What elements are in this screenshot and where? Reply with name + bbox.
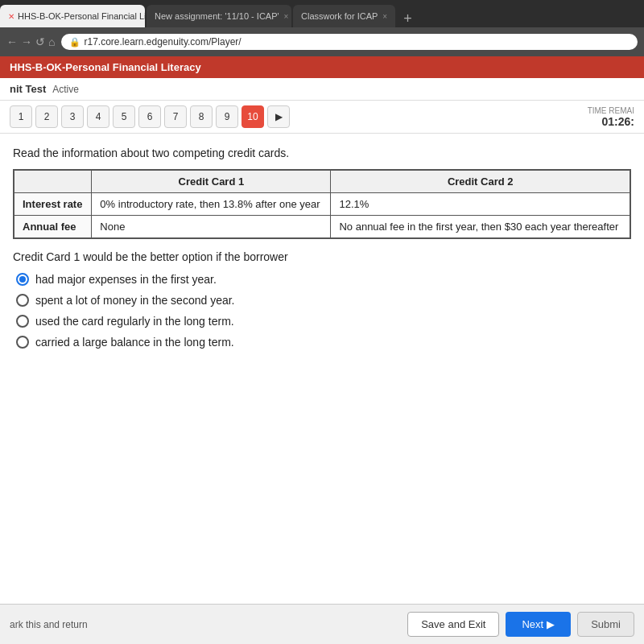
- interest-card1-value: 0% introductory rate, then 13.8% after o…: [92, 193, 331, 216]
- tab-x-icon-1[interactable]: ✕: [8, 12, 14, 21]
- test-header: nit Test Active: [0, 78, 644, 101]
- submit-button[interactable]: Submi: [577, 612, 634, 637]
- tab-1[interactable]: ✕ HHS-B-OK-Personal Financial Lit... ×: [0, 5, 145, 27]
- q-btn-8[interactable]: 8: [190, 105, 213, 128]
- radio-a[interactable]: [16, 273, 29, 286]
- tab-2-label: New assignment: '11/10 - ICAP': [155, 11, 279, 21]
- table-header-card1: Credit Card 1: [92, 170, 331, 193]
- tab-3-label: Classwork for ICAP: [301, 11, 378, 21]
- address-bar: ← → ↺ ⌂ 🔒 r17.core.learn.edgenuity.com/P…: [0, 27, 644, 56]
- table-header-card2: Credit Card 2: [331, 170, 630, 193]
- nav-buttons: ← → ↺ ⌂: [6, 35, 55, 48]
- option-a[interactable]: had major expenses in the first year.: [16, 273, 631, 286]
- q-btn-1[interactable]: 1: [10, 105, 32, 128]
- q-btn-10[interactable]: 10: [242, 105, 264, 128]
- tab-bar: ✕ HHS-B-OK-Personal Financial Lit... × N…: [0, 0, 644, 27]
- next-button[interactable]: Next ▶: [506, 612, 571, 637]
- radio-d[interactable]: [16, 336, 29, 349]
- credit-card-table: Credit Card 1 Credit Card 2 Interest rat…: [13, 169, 631, 239]
- option-d-text: carried a large balance in the long term…: [35, 336, 234, 349]
- table-row-interest: Interest rate 0% introductory rate, then…: [14, 193, 630, 216]
- next-button-label: Next: [522, 618, 543, 630]
- test-name: nit Test: [10, 83, 46, 95]
- q-btn-2[interactable]: 2: [35, 105, 58, 128]
- app-title: HHS-B-OK-Personal Financial Literacy: [10, 61, 201, 73]
- home-button[interactable]: ⌂: [48, 35, 55, 48]
- q-btn-7[interactable]: 7: [164, 105, 187, 128]
- active-badge: Active: [52, 84, 79, 95]
- option-d[interactable]: carried a large balance in the long term…: [16, 336, 631, 349]
- next-arrow-icon: ▶: [547, 618, 555, 630]
- app-header: HHS-B-OK-Personal Financial Literacy: [0, 56, 644, 78]
- annual-fee-card2-value: No annual fee in the first year, then $3…: [331, 216, 630, 239]
- tab-2[interactable]: New assignment: '11/10 - ICAP' ×: [147, 5, 291, 27]
- table-row-annual-fee: Annual fee None No annual fee in the fir…: [14, 216, 630, 239]
- forward-button[interactable]: →: [21, 35, 32, 48]
- radio-options: had major expenses in the first year. sp…: [13, 273, 631, 349]
- main-content: Read the information about two competing…: [0, 134, 644, 361]
- question-prompt: Read the information about two competing…: [13, 147, 631, 159]
- annual-fee-label: Annual fee: [14, 216, 92, 239]
- radio-c[interactable]: [16, 315, 29, 328]
- option-a-text: had major expenses in the first year.: [35, 273, 217, 286]
- tab-1-label: HHS-B-OK-Personal Financial Lit...: [18, 11, 145, 21]
- tab-2-close[interactable]: ×: [284, 12, 289, 21]
- radio-b[interactable]: [16, 294, 29, 307]
- q-btn-5[interactable]: 5: [113, 105, 135, 128]
- bottom-bar: ark this and return Save and Exit Next ▶…: [0, 604, 644, 644]
- back-button[interactable]: ←: [6, 35, 18, 48]
- url-text: r17.core.learn.edgenuity.com/Player/: [84, 36, 241, 47]
- interest-rate-label: Interest rate: [14, 193, 92, 216]
- tab-3-close[interactable]: ×: [382, 12, 387, 21]
- option-c[interactable]: used the card regularly in the long term…: [16, 315, 631, 328]
- question-stem: Credit Card 1 would be the better option…: [13, 250, 631, 263]
- interest-card2-value: 12.1%: [331, 193, 630, 216]
- bottom-buttons: Save and Exit Next ▶ Submi: [407, 612, 634, 637]
- option-b-text: spent a lot of money in the second year.: [35, 294, 235, 307]
- annual-fee-card1-value: None: [92, 216, 331, 239]
- q-btn-9[interactable]: 9: [216, 105, 238, 128]
- option-b[interactable]: spent a lot of money in the second year.: [16, 294, 631, 307]
- reload-button[interactable]: ↺: [35, 35, 45, 48]
- option-c-text: used the card regularly in the long term…: [35, 315, 234, 328]
- timer-area: TIME REMAI 01:26:: [588, 106, 634, 128]
- tab-3[interactable]: Classwork for ICAP ×: [293, 5, 395, 27]
- lock-icon: 🔒: [69, 37, 80, 47]
- timer-value: 01:26:: [588, 115, 634, 128]
- table-header-empty: [14, 170, 92, 193]
- q-btn-4[interactable]: 4: [87, 105, 109, 128]
- page-content: Read the information about two competing…: [0, 134, 644, 620]
- q-btn-3[interactable]: 3: [61, 105, 84, 128]
- mark-return-text: ark this and return: [10, 619, 88, 630]
- q-btn-6[interactable]: 6: [138, 105, 161, 128]
- url-box[interactable]: 🔒 r17.core.learn.edgenuity.com/Player/: [61, 34, 638, 50]
- question-nav-left: 1 2 3 4 5 6 7 8 9 10 ▶: [10, 105, 290, 128]
- q-btn-next-arrow[interactable]: ▶: [267, 105, 290, 128]
- save-exit-button[interactable]: Save and Exit: [407, 612, 499, 637]
- question-nav: 1 2 3 4 5 6 7 8 9 10 ▶ TIME REMAI 01:26:: [0, 101, 644, 134]
- timer-label: TIME REMAI: [588, 106, 634, 115]
- new-tab-button[interactable]: +: [397, 10, 419, 27]
- mark-return-link[interactable]: ark this and return: [10, 619, 88, 630]
